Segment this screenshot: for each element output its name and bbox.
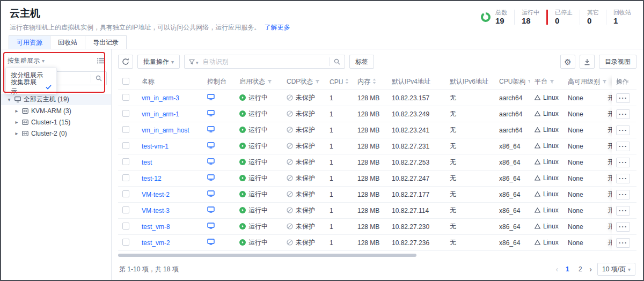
row-checkbox[interactable]	[122, 239, 129, 246]
console-icon[interactable]	[207, 206, 215, 213]
console-icon[interactable]	[207, 94, 215, 100]
vm-name-link[interactable]: test	[142, 159, 152, 166]
view-mode-selector[interactable]: 按集群展示	[8, 56, 45, 65]
filter-icon[interactable]	[550, 78, 554, 86]
row-actions-button[interactable]	[616, 190, 630, 199]
console-icon[interactable]	[207, 190, 215, 197]
row-checkbox[interactable]	[122, 223, 129, 230]
tree-item[interactable]: ▸ KVM-ARM (3)	[1, 105, 111, 116]
page-number[interactable]: 2	[576, 265, 584, 273]
column-header[interactable]: CPU架构	[495, 74, 530, 90]
row-actions-button[interactable]	[616, 125, 630, 135]
tree-caret-icon[interactable]: ▸	[14, 119, 19, 125]
row-checkbox[interactable]	[122, 158, 129, 165]
console-icon[interactable]	[207, 239, 215, 245]
directory-view-button[interactable]: 目录视图	[599, 55, 636, 69]
vm-name-link[interactable]: VM-test-2	[142, 191, 170, 198]
row-checkbox[interactable]	[122, 142, 129, 149]
tree-item[interactable]: ▸ Cluster-1 (15)	[1, 116, 111, 128]
column-header[interactable]: CDP状态	[282, 74, 325, 90]
filter-icon[interactable]	[528, 78, 530, 86]
page-number[interactable]: 1	[564, 265, 571, 273]
table-search-input[interactable]	[199, 58, 329, 65]
view-mode-option[interactable]: 按集群展示	[6, 81, 56, 93]
row-checkbox[interactable]	[122, 94, 129, 101]
tab[interactable]: 可用资源	[9, 35, 50, 49]
memory-value: 128 MB	[353, 138, 387, 154]
refresh-button[interactable]	[118, 55, 133, 69]
console-icon[interactable]	[207, 223, 215, 229]
platform-text: Linux	[543, 126, 559, 134]
row-actions-button[interactable]	[616, 109, 630, 119]
vm-name-link[interactable]: vm_in_arm-1	[142, 110, 179, 118]
row-checkbox[interactable]	[122, 174, 129, 181]
scrollbar-thumb[interactable]	[118, 254, 416, 257]
column-header[interactable]: 启用状态	[235, 74, 282, 90]
vm-name-link[interactable]: test_vm-2	[142, 239, 170, 247]
row-actions-button[interactable]	[616, 142, 630, 151]
tree-item-label: KVM-ARM (3)	[31, 107, 71, 115]
row-actions-button[interactable]	[616, 238, 630, 248]
filter-type-icon[interactable]	[189, 59, 195, 65]
page-size-select[interactable]: 10 项/页	[597, 263, 635, 276]
console-icon[interactable]	[207, 158, 215, 165]
row-checkbox[interactable]	[122, 126, 129, 133]
display-settings-icon[interactable]	[97, 58, 105, 64]
learn-more-link[interactable]: 了解更多	[265, 24, 290, 31]
vm-name-link[interactable]: test-12	[142, 175, 162, 182]
filter-icon[interactable]	[602, 78, 606, 86]
platform-text: Linux	[543, 158, 559, 166]
view-mode-dropdown: 按分组展示 按集群展示	[5, 68, 57, 94]
row-actions-button[interactable]	[616, 174, 630, 183]
tree-caret-icon[interactable]: ▸	[14, 108, 19, 114]
column-header[interactable]: 默认IPv4地址	[387, 74, 445, 90]
console-icon[interactable]	[207, 142, 215, 149]
tree-caret-icon[interactable]: ▾	[6, 97, 12, 102]
filter-icon[interactable]	[315, 78, 320, 86]
column-header[interactable]: 平台	[530, 74, 564, 90]
tab[interactable]: 导出记录	[85, 35, 127, 49]
row-actions-button[interactable]	[616, 222, 630, 232]
tree-caret-icon[interactable]: ▸	[14, 130, 19, 136]
search-icon[interactable]	[330, 58, 345, 65]
tag-button[interactable]: 标签	[349, 55, 374, 69]
vm-name-link[interactable]: test_vm-8	[142, 223, 170, 231]
running-status-icon	[239, 239, 246, 246]
settings-button[interactable]: ⚙	[560, 55, 575, 69]
column-header[interactable]: 名称	[137, 74, 203, 90]
sort-icon[interactable]	[372, 78, 376, 86]
search-icon[interactable]	[91, 75, 106, 82]
column-header[interactable]: 高可用级别	[564, 74, 606, 90]
column-header-label: 名称	[142, 77, 155, 86]
row-checkbox[interactable]	[122, 190, 129, 197]
vm-name-link[interactable]: vm_in_arm_host	[142, 127, 189, 134]
next-page-button[interactable]: ›	[589, 265, 592, 273]
row-actions-button[interactable]	[616, 158, 630, 167]
vm-name-link[interactable]: test-vm-1	[142, 143, 169, 150]
column-header[interactable]: CPU	[325, 74, 353, 90]
column-header[interactable]: 控制台	[203, 74, 235, 90]
vm-name-link[interactable]: VM-test-3	[142, 207, 170, 215]
row-actions-button[interactable]	[616, 93, 630, 103]
tree-item[interactable]: ▸ Cluster-2 (0)	[1, 128, 111, 139]
tab[interactable]: 回收站	[50, 35, 85, 49]
console-icon[interactable]	[207, 126, 215, 132]
vm-name-link[interactable]: vm_in_arm-3	[142, 94, 179, 102]
prev-page-button[interactable]: ‹	[556, 265, 559, 273]
memory-value: 128 MB	[353, 106, 387, 122]
sort-icon[interactable]	[345, 78, 349, 86]
console-icon[interactable]	[207, 174, 215, 181]
filter-icon[interactable]	[267, 78, 272, 86]
select-all-checkbox[interactable]	[122, 78, 129, 85]
row-checkbox[interactable]	[122, 110, 129, 117]
row-checkbox[interactable]	[122, 206, 129, 213]
console-icon[interactable]	[207, 110, 215, 116]
cpu-arch-value: x86_64	[495, 171, 530, 187]
export-button[interactable]	[580, 55, 595, 69]
horizontal-scrollbar[interactable]	[118, 253, 636, 258]
row-actions-button[interactable]	[616, 206, 630, 216]
batch-actions-button[interactable]: 批量操作	[137, 55, 180, 69]
column-header[interactable]: 内存	[353, 74, 387, 90]
option-label: 按集群展示	[11, 78, 42, 96]
column-header[interactable]: 默认IPv6地址	[445, 74, 495, 90]
